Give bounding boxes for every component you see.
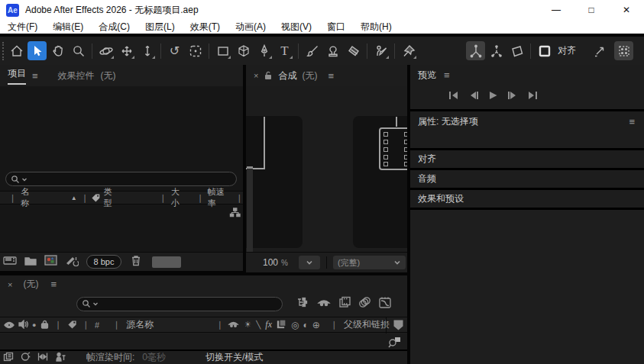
align-panel-header[interactable]: 对齐	[410, 150, 644, 168]
label-tag-icon[interactable]	[91, 193, 101, 203]
snapping-label[interactable]: 对齐	[558, 44, 576, 57]
shy-switch-icon[interactable]	[228, 318, 239, 332]
menu-file[interactable]: 文件(F)	[0, 21, 45, 34]
timeline-tab-label[interactable]: (无)	[23, 278, 38, 291]
first-frame-icon[interactable]	[448, 89, 459, 103]
project-flowchart-icon[interactable]	[229, 207, 241, 221]
orbit-camera-tool-icon[interactable]	[96, 41, 115, 60]
dolly-camera-tool-icon[interactable]	[138, 41, 157, 60]
shy-layers-icon[interactable]	[317, 297, 331, 311]
column-divider[interactable]: ❘	[236, 193, 243, 203]
column-divider[interactable]: ❘	[83, 320, 89, 330]
column-divider[interactable]: ❘	[82, 193, 89, 203]
column-name[interactable]: 名称	[21, 186, 37, 209]
label-tag-icon[interactable]	[67, 320, 77, 330]
toolbar-grip[interactable]	[2, 42, 6, 60]
column-divider[interactable]: ❘	[9, 193, 16, 203]
menu-view[interactable]: 视图(V)	[273, 21, 319, 34]
snap-inside-collapsed-icon[interactable]	[614, 41, 633, 60]
effects-fx-icon[interactable]: fx	[265, 319, 272, 330]
comp-panel-menu-icon[interactable]: ≡	[328, 70, 334, 82]
audio-speaker-icon[interactable]	[18, 318, 28, 332]
parent-link-column[interactable]: 父级和链接	[344, 318, 390, 331]
previous-frame-icon[interactable]	[468, 89, 479, 103]
close-button[interactable]: ✕	[609, 0, 644, 20]
collapse-transformations-icon[interactable]: ☀	[244, 320, 251, 330]
quality-icon[interactable]: ╲	[256, 321, 261, 329]
minimize-button[interactable]: —	[539, 0, 574, 20]
expand-in-out-panes-icon[interactable]	[37, 351, 48, 364]
effects-presets-panel-header[interactable]: 效果和预设	[410, 190, 644, 208]
interpret-footage-icon[interactable]	[3, 255, 17, 269]
horizontal-scrollbar-thumb[interactable]	[152, 256, 181, 268]
preview-panel-menu-icon[interactable]: ≡	[444, 69, 450, 81]
audio-panel-header[interactable]: 音频	[410, 170, 644, 188]
tab-project[interactable]: 项目	[8, 67, 26, 85]
rectangle-tool-icon[interactable]	[213, 41, 232, 60]
properties-panel-menu-icon[interactable]: ≡	[629, 116, 635, 127]
local-axis-mode-icon[interactable]	[466, 41, 485, 60]
proxy-toggle-icon[interactable]	[65, 255, 79, 269]
motion-blur-icon[interactable]	[358, 297, 371, 311]
last-frame-icon[interactable]	[527, 89, 538, 103]
zoom-tool-icon[interactable]	[69, 41, 88, 60]
column-divider[interactable]: ❘	[196, 193, 203, 203]
timeline-search-input[interactable]	[76, 297, 283, 311]
play-icon[interactable]	[488, 89, 498, 103]
home-icon[interactable]	[7, 41, 26, 60]
cube-3d-tool-icon[interactable]	[234, 41, 253, 60]
rotate-tool-icon[interactable]: ↺	[165, 41, 184, 60]
comp-marker-bin-icon[interactable]	[393, 319, 404, 334]
clone-stamp-tool-icon[interactable]	[323, 41, 342, 60]
lock-icon[interactable]	[40, 318, 49, 332]
tab-effect-controls[interactable]: 效果控件	[58, 69, 95, 82]
zoom-value[interactable]: 100	[263, 257, 278, 268]
motion-blur-switch-icon[interactable]: ◎	[291, 320, 299, 330]
color-depth-button[interactable]: 8 bpc	[86, 255, 121, 269]
column-divider[interactable]: ❘	[331, 320, 338, 330]
mini-flowchart-icon[interactable]	[296, 297, 309, 311]
frame-blending-icon[interactable]	[338, 296, 351, 311]
roto-brush-tool-icon[interactable]	[371, 41, 390, 60]
column-divider[interactable]: ❘	[160, 193, 167, 203]
solo-icon[interactable]: ●	[32, 321, 36, 329]
new-folder-icon[interactable]	[24, 255, 37, 269]
source-name-column[interactable]: 源名称	[126, 318, 154, 331]
comp-vertical-scrollbar[interactable]	[247, 166, 253, 252]
resolution-dropdown[interactable]: (完整)	[333, 256, 406, 269]
menu-animation[interactable]: 动画(A)	[228, 21, 273, 34]
properties-title[interactable]: 属性: 无选择项	[418, 115, 478, 128]
sort-ascending-icon[interactable]: ▲	[71, 195, 77, 201]
comp-tab-title[interactable]: 合成	[278, 69, 296, 82]
pen-tool-icon[interactable]	[254, 41, 273, 60]
snapping-checkbox-icon[interactable]	[535, 41, 554, 60]
puppet-pin-tool-icon[interactable]	[399, 41, 418, 60]
unlock-icon[interactable]	[264, 71, 272, 80]
adjustment-layer-icon[interactable]: ◐	[303, 320, 309, 330]
hand-tool-icon[interactable]	[48, 41, 67, 60]
frame-blend-switch-icon[interactable]	[277, 318, 286, 332]
timeline-close-icon[interactable]: ×	[8, 280, 12, 289]
expand-render-time-pane-icon[interactable]	[55, 351, 66, 364]
column-type[interactable]: 类型	[103, 186, 119, 209]
camera-tool-icon[interactable]	[186, 41, 205, 60]
toggle-switches-modes-button[interactable]: 切换开关/模式	[205, 351, 263, 364]
comp-close-icon[interactable]: ×	[254, 71, 258, 80]
eraser-tool-icon[interactable]	[344, 41, 363, 60]
new-composition-icon[interactable]	[44, 255, 57, 269]
menu-layer[interactable]: 图层(L)	[138, 21, 183, 34]
3d-layer-icon[interactable]: ⊕	[312, 320, 320, 330]
world-axis-mode-icon[interactable]	[487, 41, 506, 60]
selection-tool-icon[interactable]	[28, 41, 47, 60]
column-divider[interactable]: ❘	[216, 320, 223, 330]
pan-camera-tool-icon[interactable]	[117, 41, 136, 60]
project-search-input[interactable]	[5, 172, 237, 186]
type-tool-icon[interactable]: T	[275, 41, 294, 60]
column-divider[interactable]: ❘	[113, 320, 120, 330]
next-frame-icon[interactable]	[507, 89, 518, 103]
expand-layer-switches-icon[interactable]	[3, 351, 14, 364]
menu-window[interactable]: 窗口	[319, 21, 353, 34]
maximize-button[interactable]: □	[574, 0, 609, 20]
column-size[interactable]: 大小	[171, 186, 187, 209]
expand-transfer-controls-icon[interactable]	[21, 351, 31, 364]
